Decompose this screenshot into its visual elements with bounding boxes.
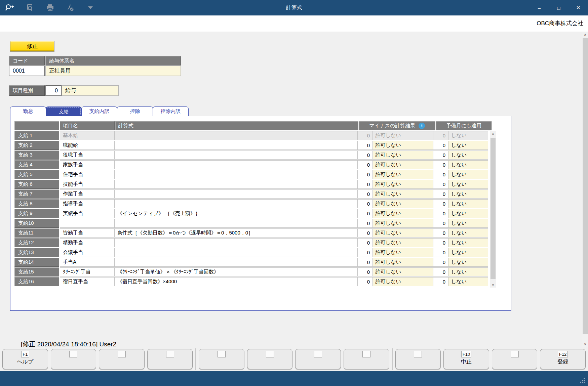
item-name-cell[interactable]: 技能手当 [60,180,115,189]
formula-cell[interactable] [115,219,358,228]
item-name-cell[interactable] [60,219,115,228]
minus-code-cell[interactable]: 0 [358,219,373,228]
reserve-apply-cell[interactable]: しない [448,228,488,238]
tab-4[interactable]: 控除 [117,106,153,116]
row-label[interactable]: 支給10 [14,219,59,228]
minus-result-cell[interactable]: 許可しない [373,267,433,276]
reserve-code-cell[interactable]: 0 [433,160,448,169]
close-button[interactable]: ✕ [569,0,588,15]
item-type-code-field[interactable]: 0 [45,85,62,96]
window-scroll-down-icon[interactable]: ∨ [582,341,588,347]
pdf-output-icon[interactable] [65,3,75,12]
minus-result-cell[interactable]: 許可しない [373,160,433,169]
minus-code-cell[interactable]: 0 [358,277,373,286]
reserve-code-cell[interactable]: 0 [433,180,448,189]
formula-cell[interactable] [115,151,358,160]
item-name-cell[interactable]: 宿日直手当 [60,277,115,286]
fn-button-f12[interactable]: F12登録 [540,349,586,369]
minus-code-cell[interactable]: 0 [358,160,373,169]
printer-icon[interactable] [45,3,55,12]
window-scroll-up-icon[interactable]: ∧ [582,32,588,37]
menu-dropdown-icon[interactable] [85,3,95,12]
minus-result-cell[interactable]: 許可しない [373,170,433,179]
item-name-cell[interactable]: 実績手当 [60,209,115,218]
minus-code-cell[interactable]: 0 [358,209,373,218]
reserve-code-cell[interactable]: 0 [433,277,448,286]
minus-result-cell[interactable]: 許可しない [373,277,433,286]
tab-1[interactable]: 勤怠 [10,106,46,116]
minus-result-cell[interactable]: 許可しない [373,180,433,189]
grid-scroll-up-icon[interactable]: ∧ [490,131,496,137]
row-label[interactable]: 支給 2 [14,141,59,150]
formula-cell[interactable] [115,180,358,189]
reserve-code-cell[interactable]: 0 [433,141,448,150]
formula-cell[interactable] [115,189,358,199]
formula-cell[interactable]: 《ｸﾘｰﾆﾝｸﾞ手当単価》 × 《ｸﾘｰﾆﾝｸﾞ手当回数》 [115,267,358,276]
reserve-code-cell[interactable]: 0 [433,238,448,247]
row-label[interactable]: 支給16 [14,277,59,286]
reserve-apply-cell[interactable]: しない [448,131,488,140]
row-label[interactable]: 支給 9 [14,209,59,218]
reserve-code-cell[interactable]: 0 [433,131,448,140]
minus-result-cell[interactable]: 許可しない [373,219,433,228]
row-label[interactable]: 支給 8 [14,199,59,208]
row-label[interactable]: 支給 6 [14,180,59,189]
tab-5[interactable]: 控除内訳 [153,106,189,116]
minus-code-cell[interactable]: 0 [358,258,373,267]
salary-system-name-field[interactable]: 正社員用 [45,66,181,76]
minus-result-cell[interactable]: 許可しない [373,199,433,208]
item-name-cell[interactable]: 職能給 [60,141,115,150]
minimize-button[interactable]: – [530,0,549,15]
reserve-apply-cell[interactable]: しない [448,189,488,199]
minus-result-cell[interactable]: 許可しない [373,189,433,199]
row-label[interactable]: 支給14 [14,258,59,267]
formula-cell[interactable] [115,131,358,140]
formula-cell[interactable] [115,141,358,150]
item-name-cell[interactable]: 役職手当 [60,151,115,160]
minus-code-cell[interactable]: 0 [358,189,373,199]
reserve-apply-cell[interactable]: しない [448,238,488,247]
tab-3[interactable]: 支給内訳 [81,106,117,116]
formula-cell[interactable]: 《宿日直手当回数》×4000 [115,277,358,286]
fn-button-f10[interactable]: F10中止 [443,349,489,369]
reserve-apply-cell[interactable]: しない [448,258,488,267]
reserve-code-cell[interactable]: 0 [433,199,448,208]
minus-result-cell[interactable]: 許可しない [373,209,433,218]
resize-grip-icon[interactable] [584,382,585,383]
formula-cell[interactable] [115,248,358,257]
reserve-apply-cell[interactable]: しない [448,170,488,179]
reserve-apply-cell[interactable]: しない [448,141,488,150]
mode-button[interactable]: 修正 [10,41,54,52]
reserve-apply-cell[interactable]: しない [448,151,488,160]
maximize-button[interactable]: □ [549,0,569,15]
reserve-code-cell[interactable]: 0 [433,170,448,179]
formula-cell[interactable]: 《インセンティブ》 ｛《売上額》｝ [115,209,358,218]
minus-result-cell[interactable]: 許可しない [373,141,433,150]
reserve-apply-cell[interactable]: しない [448,199,488,208]
item-name-cell[interactable]: 会議手当 [60,248,115,257]
minus-code-cell[interactable]: 0 [358,248,373,257]
minus-code-cell[interactable]: 0 [358,151,373,160]
minus-code-cell[interactable]: 0 [358,199,373,208]
minus-result-cell[interactable]: 許可しない [373,248,433,257]
minus-result-cell[interactable]: 許可しない [373,238,433,247]
row-label[interactable]: 支給 7 [14,189,59,199]
minus-code-cell[interactable]: 0 [358,131,373,140]
reserve-code-cell[interactable]: 0 [433,219,448,228]
minus-code-cell[interactable]: 0 [358,228,373,238]
item-name-cell[interactable]: 指導手当 [60,199,115,208]
item-type-value-field[interactable]: 給与 [62,85,119,96]
reserve-code-cell[interactable]: 0 [433,248,448,257]
grid-scroll-down-icon[interactable]: ∨ [490,282,496,288]
row-label[interactable]: 支給 1 [14,131,59,140]
row-label[interactable]: 支給 4 [14,160,59,169]
minus-code-cell[interactable]: 0 [358,141,373,150]
minus-result-cell[interactable]: 許可しない [373,131,433,140]
row-label[interactable]: 支給12 [14,238,59,247]
formula-cell[interactable] [115,199,358,208]
formula-cell[interactable] [115,170,358,179]
minus-result-cell[interactable]: 許可しない [373,228,433,238]
item-name-cell[interactable]: 精勤手当 [60,238,115,247]
grid-scrollbar[interactable]: ∧ ∨ [490,131,496,288]
tab-2[interactable]: 支給 [46,106,82,116]
